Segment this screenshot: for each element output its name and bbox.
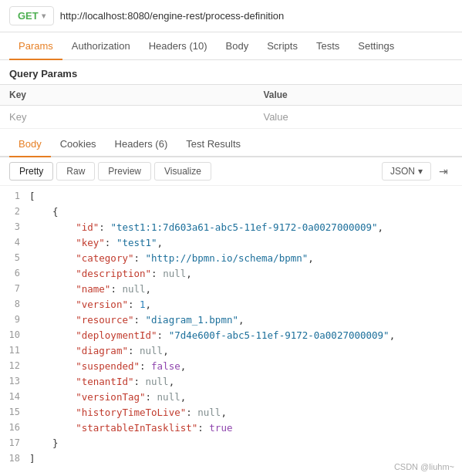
code-line: 15 "historyTimeToLive": null, bbox=[0, 405, 462, 420]
btab-headers6[interactable]: Headers (6) bbox=[106, 132, 177, 156]
line-content: [ bbox=[29, 189, 457, 204]
line-number: 17 bbox=[5, 436, 29, 451]
json-key: "category" bbox=[76, 252, 133, 264]
code-line: 3 "id": "test1:1:7d603a61-abc5-11ef-9172… bbox=[0, 220, 462, 235]
params-placeholder-row: Key Value bbox=[0, 106, 462, 129]
line-number: 16 bbox=[5, 420, 29, 435]
line-content: "name": null, bbox=[29, 282, 457, 297]
json-value: "test1:1:7d603a61-abc5-11ef-9172-0a00270… bbox=[110, 221, 377, 233]
json-key: "suspended" bbox=[76, 360, 140, 372]
line-content: "historyTimeToLive": null, bbox=[29, 405, 457, 420]
top-tabs: Params Authorization Headers (10) Body S… bbox=[0, 32, 462, 60]
line-number: 13 bbox=[5, 374, 29, 389]
format-chevron: ▾ bbox=[418, 166, 423, 177]
code-line: 7 "name": null, bbox=[0, 282, 462, 297]
tab-tests[interactable]: Tests bbox=[307, 32, 349, 59]
code-line: 12 "suspended": false, bbox=[0, 359, 462, 374]
json-key: "startableInTasklist" bbox=[76, 422, 197, 434]
response-toolbar: Pretty Raw Preview Visualize JSON ▾ ⇥ bbox=[0, 157, 462, 186]
line-number: 9 bbox=[5, 312, 29, 327]
json-value: 1 bbox=[140, 299, 146, 310]
code-line: 9 "resource": "diagram_1.bpmn", bbox=[0, 312, 462, 328]
line-content: "tenantId": null, bbox=[29, 374, 457, 390]
json-value: null bbox=[197, 407, 221, 418]
tab-headers[interactable]: Headers (10) bbox=[140, 32, 217, 59]
query-params-title: Query Params bbox=[0, 60, 462, 84]
line-content: "version": 1, bbox=[29, 297, 457, 312]
json-key: "description" bbox=[76, 268, 151, 279]
json-value: "test1" bbox=[116, 237, 157, 248]
raw-button[interactable]: Raw bbox=[56, 162, 95, 181]
code-line: 11 "diagram": null, bbox=[0, 343, 462, 359]
format-select[interactable]: JSON ▾ bbox=[382, 162, 431, 181]
code-line: 1[ bbox=[0, 189, 462, 204]
json-value: true bbox=[209, 422, 232, 434]
line-number: 18 bbox=[5, 451, 29, 466]
tab-scripts[interactable]: Scripts bbox=[258, 32, 307, 59]
line-content: "id": "test1:1:7d603a61-abc5-11ef-9172-0… bbox=[29, 220, 457, 235]
code-line: 6 "description": null, bbox=[0, 266, 462, 282]
json-key: "historyTimeToLive" bbox=[76, 407, 186, 418]
line-number: 1 bbox=[5, 189, 29, 204]
line-content: { bbox=[29, 204, 457, 220]
line-content: "category": "http://bpmn.io/schema/bpmn"… bbox=[29, 251, 457, 266]
code-line: 18] bbox=[0, 451, 462, 467]
btab-cookies[interactable]: Cookies bbox=[51, 132, 106, 156]
code-line: 5 "category": "http://bpmn.io/schema/bpm… bbox=[0, 251, 462, 266]
line-number: 10 bbox=[5, 328, 29, 343]
json-key: "name" bbox=[76, 283, 110, 295]
json-key: "resource" bbox=[76, 314, 133, 326]
code-line: 14 "versionTag": null, bbox=[0, 390, 462, 405]
line-number: 5 bbox=[5, 251, 29, 265]
code-line: 4 "key": "test1", bbox=[0, 235, 462, 251]
json-key: "id" bbox=[76, 221, 99, 233]
line-number: 15 bbox=[5, 405, 29, 420]
line-number: 4 bbox=[5, 235, 29, 250]
json-value: null bbox=[140, 345, 163, 356]
code-view: 1[2 {3 "id": "test1:1:7d603a61-abc5-11ef… bbox=[0, 186, 462, 470]
format-label: JSON bbox=[390, 166, 415, 177]
line-number: 3 bbox=[5, 220, 29, 235]
json-key: "key" bbox=[76, 237, 105, 248]
line-content: } bbox=[29, 436, 457, 451]
json-value: "http://bpmn.io/schema/bpmn" bbox=[146, 252, 309, 264]
json-key: "deploymentId" bbox=[76, 329, 157, 341]
tab-settings[interactable]: Settings bbox=[349, 32, 403, 59]
line-number: 8 bbox=[5, 297, 29, 312]
line-number: 7 bbox=[5, 282, 29, 296]
params-table: Key Value Key Value bbox=[0, 84, 462, 129]
code-line: 2 { bbox=[0, 204, 462, 220]
preview-button[interactable]: Preview bbox=[98, 162, 151, 181]
col-key: Key bbox=[0, 85, 254, 106]
line-number: 14 bbox=[5, 390, 29, 404]
tab-authorization[interactable]: Authorization bbox=[62, 32, 140, 59]
bottom-tabs: Body Cookies Headers (6) Test Results bbox=[0, 132, 462, 157]
line-content: ] bbox=[29, 451, 457, 467]
line-number: 11 bbox=[5, 343, 29, 358]
pretty-button[interactable]: Pretty bbox=[9, 162, 53, 181]
btab-testresults[interactable]: Test Results bbox=[177, 132, 250, 156]
value-placeholder[interactable]: Value bbox=[254, 106, 462, 129]
tab-body[interactable]: Body bbox=[217, 32, 258, 59]
line-number: 2 bbox=[5, 204, 29, 219]
line-content: "suspended": false, bbox=[29, 359, 457, 374]
json-value: null bbox=[122, 283, 145, 295]
method-chevron: ▾ bbox=[42, 12, 46, 20]
method-select[interactable]: GET ▾ bbox=[9, 6, 54, 25]
json-value: "7d4e600f-abc5-11ef-9172-0a0027000009" bbox=[169, 329, 389, 341]
line-content: "startableInTasklist": true bbox=[29, 420, 457, 436]
line-content: "diagram": null, bbox=[29, 343, 457, 359]
line-content: "key": "test1", bbox=[29, 235, 457, 251]
line-content: "deploymentId": "7d4e600f-abc5-11ef-9172… bbox=[29, 328, 457, 343]
json-value: null bbox=[146, 376, 169, 387]
code-line: 10 "deploymentId": "7d4e600f-abc5-11ef-9… bbox=[0, 328, 462, 343]
key-placeholder[interactable]: Key bbox=[0, 106, 254, 129]
tab-params[interactable]: Params bbox=[9, 32, 62, 59]
json-value: null bbox=[163, 268, 186, 279]
btab-body[interactable]: Body bbox=[9, 132, 51, 156]
watermark: CSDN @liuhm~ bbox=[394, 462, 454, 471]
wrap-icon[interactable]: ⇥ bbox=[434, 162, 453, 181]
url-input[interactable] bbox=[60, 7, 453, 25]
visualize-button[interactable]: Visualize bbox=[154, 162, 211, 181]
line-number: 12 bbox=[5, 359, 29, 373]
